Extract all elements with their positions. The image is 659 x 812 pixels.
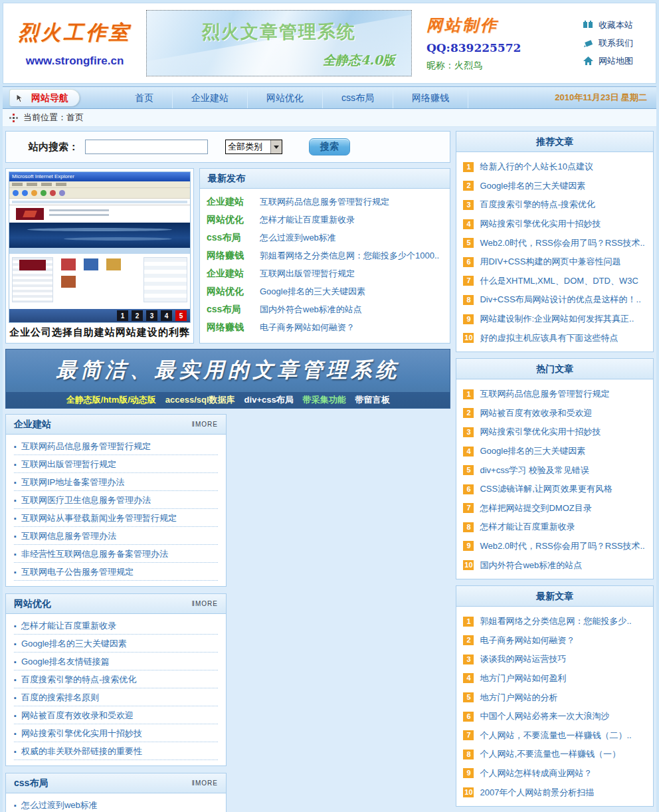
article-category-link[interactable]: 网络赚钱: [207, 250, 254, 262]
article-title-link[interactable]: 2007年个人网站前景分析扫描: [480, 787, 594, 799]
article-title-link[interactable]: 国内外符合web标准的站点: [480, 559, 582, 571]
article-title-link[interactable]: Google排名的三大关键因素: [480, 180, 585, 192]
nav-item[interactable]: 网络赚钱: [393, 87, 468, 108]
nav-item[interactable]: 首页: [116, 87, 173, 108]
article-title-link[interactable]: 网站被百度有效收录和受欢迎: [14, 706, 218, 724]
page-number[interactable]: 5: [175, 310, 187, 321]
article-title-link[interactable]: 个人网站,不要流量也一样赚钱（一）: [480, 748, 620, 760]
article-title-link[interactable]: Google排名的三大关键因素: [14, 635, 218, 653]
search-input[interactable]: [85, 140, 208, 154]
more-link[interactable]: ‖MORE: [192, 421, 218, 428]
search-button[interactable]: 搜索: [309, 138, 350, 155]
article-title-link[interactable]: 用DIV+CSS构建的网页中兼容性问题: [480, 256, 620, 268]
article-title-link[interactable]: 互联网出版管理暂行规定: [260, 268, 355, 280]
select-dropdown-button[interactable]: [270, 140, 282, 153]
article-title-link[interactable]: 怎样才能让百度重新收录: [480, 521, 575, 533]
rank-badge: 10: [463, 787, 474, 797]
article-title-link[interactable]: 百度的搜索排名原则: [14, 688, 218, 706]
article-title-link[interactable]: 互联网医疗卫生信息服务管理办法: [14, 491, 218, 509]
article-title-link[interactable]: 互联网药品信息服务管理暂行规定: [14, 437, 218, 455]
header-banner-ad[interactable]: 烈火文章管理系统 全静态4.0版: [146, 10, 412, 76]
image-pagination: 12345: [9, 309, 190, 322]
article-title-link[interactable]: 互联网站从事登载新闻业务管理暂行规定: [14, 509, 218, 527]
article-category-link[interactable]: css布局: [207, 232, 254, 244]
article-title-link[interactable]: 权威的非关联外部链接的重要性: [14, 742, 218, 760]
article-title-link[interactable]: 百度搜索引擎的特点-搜索优化: [480, 199, 595, 211]
article-title-link[interactable]: Web2.0时代，RSS你会用了吗？RSS技术..: [480, 237, 644, 249]
article-title-link[interactable]: Web2.0时代，RSS你会用了吗？RSS技术..: [480, 540, 644, 552]
article-category-link[interactable]: 网站优化: [207, 214, 254, 226]
category-box-header: 企业建站 ‖MORE: [6, 415, 226, 435]
article-title-link[interactable]: 互联网药品信息服务管理暂行规定: [480, 388, 609, 400]
search-category-select[interactable]: 全部类别: [225, 140, 282, 154]
article-title-link[interactable]: 网站被百度有效收录和受欢迎: [480, 407, 592, 419]
page-number[interactable]: 2: [132, 310, 143, 321]
article-title-link[interactable]: div+css学习 校验及常见错误: [480, 464, 589, 476]
article-title-link[interactable]: Div+CSS布局网站设计的优点是这样的！..: [480, 294, 640, 306]
article-title-link[interactable]: 地方门户网站的分析: [480, 692, 557, 704]
more-link[interactable]: ‖MORE: [192, 779, 218, 787]
article-title-link[interactable]: 怎么过渡到web标准: [260, 232, 336, 244]
article-category-link[interactable]: css布局: [207, 304, 254, 316]
article-title-link[interactable]: 好的虚拟主机应该具有下面这些特点: [480, 332, 618, 344]
featured-article-caption[interactable]: 企业公司选择自助建站网站建设的利弊: [9, 323, 191, 340]
more-link[interactable]: ‖MORE: [192, 600, 218, 607]
article-title-link[interactable]: 地方门户网站如何盈利: [480, 672, 566, 684]
article-title-link[interactable]: 网站搜索引擎优化实用十招妙技: [480, 426, 601, 438]
nav-item[interactable]: 企业建站: [173, 87, 248, 108]
contact-us-link[interactable]: 联系我们: [583, 37, 633, 49]
article-title-link[interactable]: Google排名的三大关键因素: [260, 286, 365, 298]
mock-left-column: [12, 257, 53, 302]
article-title-link[interactable]: 怎么过渡到web标准: [14, 796, 218, 812]
article-category-link[interactable]: 网络赚钱: [207, 322, 254, 334]
newest-articles-list: 1 郭姐看网络之分类信息网：您能投多少.. 2 电子商务网站如何融资？ 3 谈谈…: [456, 607, 653, 806]
nav-item[interactable]: css布局: [323, 87, 393, 108]
article-title-link[interactable]: 非经营性互联网信息服务备案管理办法: [14, 545, 218, 563]
article-title-link[interactable]: 怎样把网站提交到DMOZ目录: [480, 502, 591, 514]
latest-release-row: 企业建站 互联网出版管理暂行规定: [207, 264, 443, 282]
article-title-link[interactable]: 电子商务网站如何融资？: [260, 322, 355, 334]
article-title-link[interactable]: 怎样才能让百度重新收录: [14, 617, 218, 635]
site-logo[interactable]: 烈火工作室 www.strongfire.cn: [3, 19, 146, 68]
article-title-link[interactable]: 国内外符合web标准的站点: [260, 304, 362, 316]
nav-tab-site-guide[interactable]: 网站导航: [9, 89, 80, 106]
page-number[interactable]: 3: [146, 310, 157, 321]
page-number[interactable]: 4: [161, 310, 172, 321]
article-title-link[interactable]: 网站搜索引擎优化实用十招妙技: [480, 218, 601, 230]
article-title-link[interactable]: 百度搜索引擎的特点-搜索优化: [14, 670, 218, 688]
article-category-link[interactable]: 网站优化: [207, 286, 254, 298]
article-title-link[interactable]: 互联网IP地址备案管理办法: [14, 473, 218, 491]
article-category-link[interactable]: 企业建站: [207, 268, 254, 280]
article-title-link[interactable]: 给新入行的个人站长10点建议: [480, 161, 593, 173]
bookmark-site-link[interactable]: 收藏本站: [583, 19, 633, 31]
article-title-link[interactable]: 互联网电子公告服务管理规定: [14, 563, 218, 581]
article-title-link[interactable]: 互联网信息服务管理办法: [14, 527, 218, 545]
article-title-link[interactable]: 什么是XHTML,XML、DOM、DTD、W3C: [480, 275, 638, 287]
sidebar-article-row: 4 地方门户网站如何盈利: [463, 669, 646, 688]
article-title-link[interactable]: 怎样才能让百度重新收录: [260, 214, 355, 226]
article-title-link[interactable]: Google排名的三大关键因素: [480, 445, 585, 457]
article-title-link[interactable]: 互联网出版管理暂行规定: [14, 455, 218, 473]
sidebar-article-row: 8 怎样才能让百度重新收录: [463, 518, 646, 537]
category-box-css: css布局 ‖MORE 怎么过渡到web标准国内外符合web标准的站点xhtml…: [5, 773, 227, 812]
article-title-link[interactable]: Google排名友情链接篇: [14, 653, 218, 670]
article-title-link[interactable]: 个人网站，不要流量也一样赚钱（二）..: [480, 730, 631, 742]
page-number[interactable]: 1: [117, 310, 128, 321]
article-title-link[interactable]: 个人网站怎样转成商业网站？: [480, 767, 592, 779]
sidebar-article-row: 1 互联网药品信息服务管理暂行规定: [463, 385, 646, 404]
sitemap-link[interactable]: 网站地图: [583, 55, 633, 67]
featured-article-image[interactable]: Microsoft Internet Explorer: [5, 168, 194, 344]
nav-item[interactable]: 网站优化: [248, 87, 323, 108]
article-title-link[interactable]: 网站建设制作:企业网站如何发挥其真正..: [480, 313, 634, 325]
article-category-link[interactable]: 企业建站: [207, 196, 254, 208]
article-title-link[interactable]: 网站搜索引擎优化实用十招妙技: [14, 724, 218, 742]
article-title-link[interactable]: 电子商务网站如何融资？: [480, 635, 575, 647]
article-title-link[interactable]: 互联网药品信息服务管理暂行规定: [260, 196, 389, 208]
article-title-link[interactable]: 中国个人网站必将来一次大浪淘沙: [480, 710, 609, 722]
latest-release-list: 企业建站 互联网药品信息服务管理暂行规定 网站优化 怎样才能让百度重新收录 cs…: [200, 189, 450, 340]
article-title-link[interactable]: 郭姐看网络之分类信息网：您能投多少个1000..: [260, 250, 439, 262]
article-title-link[interactable]: CSS滤镜详解,让网页效果更有风格: [480, 483, 612, 495]
promo-banner[interactable]: 最简洁、最实用的文章管理系统 全静态版/htm版/动态版access/sql数据…: [5, 349, 450, 409]
article-title-link[interactable]: 郭姐看网络之分类信息网：您能投多少..: [480, 615, 631, 627]
article-title-link[interactable]: 谈谈我的网站运营技巧: [480, 653, 566, 665]
